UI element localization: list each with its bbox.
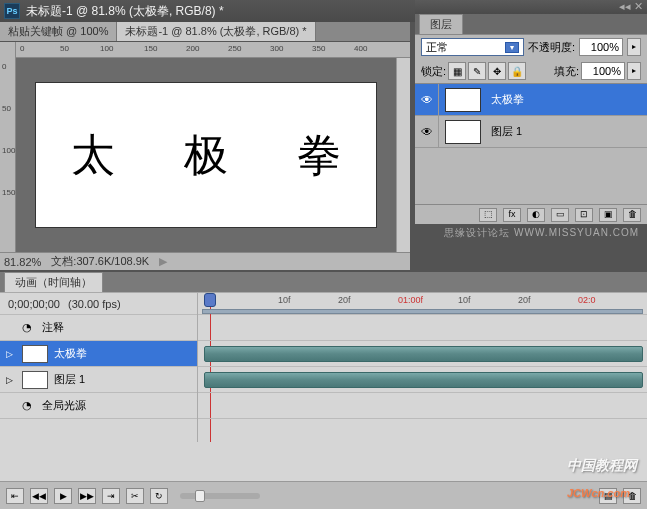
- layer-row[interactable]: 👁 图层 1: [415, 116, 647, 148]
- link-layers-button[interactable]: ⬚: [479, 208, 497, 222]
- layer-name[interactable]: 图层 1: [487, 124, 522, 139]
- ruler-corner[interactable]: [0, 42, 16, 58]
- new-layer-button[interactable]: ▣: [599, 208, 617, 222]
- ruler-mark: 250: [228, 44, 241, 53]
- ruler-mark: 50: [2, 104, 11, 113]
- layer-thumbnail[interactable]: [445, 120, 481, 144]
- document-tab-active[interactable]: 未标题-1 @ 81.8% (太极拳, RGB/8) *: [117, 22, 315, 41]
- current-time[interactable]: 0;00;00;00: [8, 298, 60, 310]
- lock-pixels-icon[interactable]: ✎: [468, 62, 486, 80]
- timeline-track-comments[interactable]: ◔ 注释: [0, 315, 197, 341]
- visibility-eye-icon[interactable]: 👁: [421, 93, 433, 107]
- status-arrow-icon[interactable]: ▶: [159, 255, 167, 268]
- ruler-mark: 200: [186, 44, 199, 53]
- layer-name[interactable]: 太极拳: [487, 92, 524, 107]
- clip-bar[interactable]: [204, 346, 643, 362]
- ruler-mark: 0: [20, 44, 24, 53]
- opacity-label: 不透明度:: [528, 40, 575, 55]
- ruler-mark: 350: [312, 44, 325, 53]
- blend-mode-value: 正常: [426, 40, 448, 55]
- ruler-mark: 10f: [278, 295, 291, 305]
- layers-footer: ⬚ fx ◐ ▭ ⊡ ▣ 🗑: [415, 204, 647, 224]
- timeline-track-global-light[interactable]: ◔ 全局光源: [0, 393, 197, 419]
- watermark-cn: 中国教程网: [567, 457, 637, 475]
- layer-fx-button[interactable]: fx: [503, 208, 521, 222]
- timeline-track-text-layer[interactable]: ▷ T 太极拳: [0, 341, 197, 367]
- group-button[interactable]: ⊡: [575, 208, 593, 222]
- split-button[interactable]: ✂: [126, 488, 144, 504]
- adjustment-layer-button[interactable]: ▭: [551, 208, 569, 222]
- ruler-horizontal[interactable]: 0 50 100 150 200 250 300 350 400: [0, 42, 410, 58]
- zoom-slider[interactable]: [180, 493, 260, 499]
- fill-stepper[interactable]: ▸: [627, 62, 641, 80]
- track-lane[interactable]: [198, 341, 647, 367]
- delete-layer-button[interactable]: 🗑: [623, 208, 641, 222]
- layer-thumbnail-text[interactable]: T: [445, 88, 481, 112]
- rewind-button[interactable]: ⇤: [6, 488, 24, 504]
- status-bar: 81.82% 文档:307.6K/108.9K ▶: [0, 252, 410, 270]
- timeline-tab[interactable]: 动画（时间轴）: [4, 272, 103, 292]
- track-name: 图层 1: [54, 372, 85, 387]
- zoom-level[interactable]: 81.82%: [4, 256, 41, 268]
- layer-row[interactable]: 👁 T 太极拳: [415, 84, 647, 116]
- track-lane[interactable]: [198, 315, 647, 341]
- watermark-text: 思缘设计论坛 WWW.MISSYUAN.COM: [415, 224, 647, 242]
- panel-dock-header[interactable]: ◂◂ ✕: [415, 0, 647, 14]
- canvas-text-char: 极: [184, 126, 228, 185]
- layer-list: 👁 T 太极拳 👁 图层 1: [415, 84, 647, 204]
- opacity-input[interactable]: 100%: [579, 38, 623, 56]
- ruler-mark: 20f: [338, 295, 351, 305]
- step-forward-button[interactable]: ▶▶: [78, 488, 96, 504]
- ruler-mark: 100: [100, 44, 113, 53]
- timeline-ruler[interactable]: 10f 20f 01:00f 10f 20f 02:0: [198, 293, 647, 315]
- clip-bar[interactable]: [204, 372, 643, 388]
- playhead[interactable]: [204, 293, 216, 307]
- watermark-en: JCWcn.com: [567, 487, 630, 499]
- lock-label: 锁定:: [421, 64, 446, 79]
- ruler-mark: 10f: [458, 295, 471, 305]
- expand-icon[interactable]: ▷: [6, 375, 16, 385]
- dropdown-arrow-icon: ▾: [505, 42, 519, 53]
- canvas-viewport[interactable]: 太 极 拳: [16, 58, 396, 252]
- canvas[interactable]: 太 极 拳: [36, 83, 376, 227]
- timeline-track-layer[interactable]: ▷ 图层 1: [0, 367, 197, 393]
- track-thumbnail-text: T: [22, 345, 48, 363]
- canvas-zone: 0 50 100 150 太 极 拳: [0, 58, 410, 252]
- expand-icon[interactable]: ▷: [6, 349, 16, 359]
- document-tab[interactable]: 粘贴关键帧 @ 100%: [0, 22, 117, 41]
- timeline-tracks-area[interactable]: 10f 20f 01:00f 10f 20f 02:0: [198, 293, 647, 442]
- forward-end-button[interactable]: ⇥: [102, 488, 120, 504]
- track-lane[interactable]: [198, 393, 647, 419]
- lock-position-icon[interactable]: ✥: [488, 62, 506, 80]
- ruler-mark: 02:0: [578, 295, 596, 305]
- track-lane[interactable]: [198, 367, 647, 393]
- work-area-bar[interactable]: [202, 309, 643, 314]
- timeline-tracks-list: 0;00;00;00 (30.00 fps) ◔ 注释 ▷ T 太极拳 ▷ 图层…: [0, 293, 198, 442]
- photoshop-icon: Ps: [4, 3, 20, 19]
- step-back-button[interactable]: ◀◀: [30, 488, 48, 504]
- opacity-stepper[interactable]: ▸: [627, 38, 641, 56]
- slider-knob[interactable]: [195, 490, 205, 502]
- stopwatch-icon[interactable]: ◔: [22, 399, 36, 412]
- fill-label: 填充:: [554, 64, 579, 79]
- fill-input[interactable]: 100%: [581, 62, 625, 80]
- vertical-scrollbar[interactable]: [396, 58, 410, 252]
- loop-button[interactable]: ↻: [150, 488, 168, 504]
- document-tabs: 粘贴关键帧 @ 100% 未标题-1 @ 81.8% (太极拳, RGB/8) …: [0, 22, 410, 42]
- layers-tab[interactable]: 图层: [419, 14, 463, 34]
- visibility-eye-icon[interactable]: 👁: [421, 125, 433, 139]
- ruler-vertical[interactable]: 0 50 100 150: [0, 58, 16, 252]
- ruler-mark: 20f: [518, 295, 531, 305]
- stopwatch-icon[interactable]: ◔: [22, 321, 36, 334]
- ruler-mark: 150: [2, 188, 15, 197]
- blend-mode-select[interactable]: 正常 ▾: [421, 38, 524, 56]
- canvas-text-char: 太: [71, 126, 115, 185]
- lock-transparency-icon[interactable]: ▦: [448, 62, 466, 80]
- doc-size-label: 文档:307.6K/108.9K: [51, 254, 149, 269]
- timeline-time-row: 0;00;00;00 (30.00 fps): [0, 293, 197, 315]
- panel-tab-bar: 图层: [415, 14, 647, 34]
- play-button[interactable]: ▶: [54, 488, 72, 504]
- track-name: 太极拳: [54, 346, 87, 361]
- layer-mask-button[interactable]: ◐: [527, 208, 545, 222]
- lock-all-icon[interactable]: 🔒: [508, 62, 526, 80]
